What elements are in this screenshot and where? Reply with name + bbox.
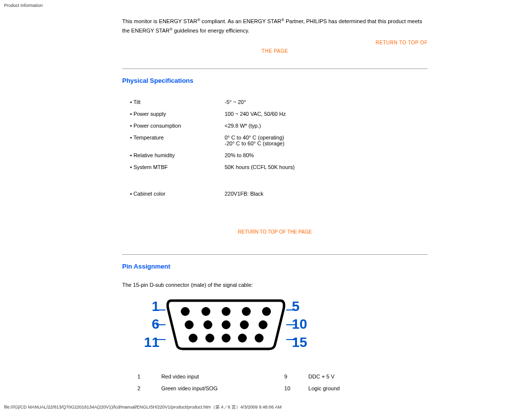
- svg-point-5: [185, 320, 194, 329]
- return-top-link[interactable]: RETURN TO TOP OF THE PAGE: [122, 40, 428, 54]
- physical-spec-heading: Physical Specifications: [122, 77, 428, 84]
- pin-intro-text: The 15-pin D-sub connector (male) of the…: [122, 282, 428, 288]
- svg-point-14: [255, 334, 264, 342]
- divider: [122, 254, 428, 255]
- page-title: Product Information: [4, 3, 532, 8]
- svg-point-7: [222, 320, 231, 329]
- table-row: • System MTBF50K hours (CCFL 50K hours): [127, 161, 298, 173]
- pin-assignment-heading: Pin Assignment: [122, 263, 428, 270]
- svg-point-2: [222, 307, 231, 316]
- table-row: • Cabinet color220V1FB: Black: [127, 188, 298, 200]
- dsub-connector-icon: [166, 298, 286, 351]
- content-area: This monitor is ENERGY STAR® compliant. …: [24, 10, 428, 394]
- table-row: 2 Green video input/SOG 10 Logic ground: [134, 382, 428, 394]
- svg-point-8: [240, 320, 249, 329]
- pin-table: 1 Red video input 9 DDC + 5 V 2 Green vi…: [134, 371, 428, 394]
- footer-path: file:///G|/CD MANUAL/22/813/Q70G22018134…: [4, 404, 532, 411]
- table-row: • Relative humidity20% to 80%: [127, 149, 298, 161]
- spec-table: • Tilt-5° ~ 20° • Power supply100 ~ 240 …: [127, 96, 298, 200]
- svg-point-9: [259, 320, 267, 329]
- table-row: 1 Red video input 9 DDC + 5 V: [134, 371, 428, 382]
- table-row: [127, 173, 298, 188]
- svg-point-10: [189, 334, 198, 342]
- energy-star-text: This monitor is ENERGY STAR® compliant. …: [122, 17, 428, 35]
- svg-point-0: [181, 307, 190, 316]
- svg-point-4: [262, 307, 271, 316]
- svg-point-1: [201, 307, 210, 316]
- svg-point-11: [205, 334, 214, 342]
- table-row: • Tilt-5° ~ 20°: [127, 96, 298, 108]
- table-row: • Power consumption<29.8 W* (typ.): [127, 120, 298, 132]
- return-top-link[interactable]: RETURN TO TOP OF THE PAGE: [122, 229, 428, 235]
- svg-point-13: [238, 334, 247, 342]
- svg-point-12: [222, 334, 231, 342]
- svg-point-6: [203, 320, 212, 329]
- divider: [122, 68, 428, 69]
- table-row: • Temperature0° C to 40° C (operating) -…: [127, 132, 298, 149]
- connector-diagram: 1 6 11: [24, 298, 428, 351]
- svg-point-3: [242, 307, 251, 316]
- table-row: • Power supply100 ~ 240 VAC, 50/60 Hz: [127, 108, 298, 120]
